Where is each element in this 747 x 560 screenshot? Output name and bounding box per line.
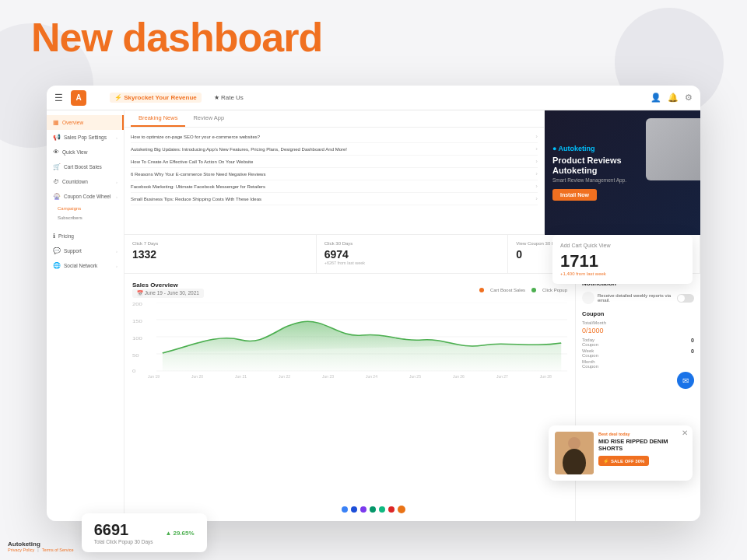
deal-person-svg <box>555 432 594 474</box>
deal-badge: Best deal today <box>598 432 686 436</box>
x-label: Jun 26 <box>453 374 465 379</box>
sidebar-label-overview: Overview <box>62 120 83 125</box>
sidebar-sub-campaigns[interactable]: Campaigns <box>47 204 124 213</box>
social-icon: 🌐 <box>53 262 61 269</box>
stat-click-7days: Click 7 Days 1332 <box>124 235 317 273</box>
email-notif-text: Receive detailed weekly reports via emai… <box>598 293 674 303</box>
sidebar-item-pricing[interactable]: ℹ Pricing <box>47 229 124 243</box>
chart-legend: Cart Boost Sales Click Popup <box>479 288 567 292</box>
sidebar-label-social: Social Network <box>64 263 97 268</box>
sidebar-item-countdown[interactable]: ⏱ Countdown › <box>47 174 124 189</box>
news-tabs: Breaking News Review App <box>124 110 544 128</box>
sidebar-item-cart-boost[interactable]: 🛒 Cart Boost Sales <box>47 159 124 174</box>
chart-svg-area: 200 150 100 50 0 <box>132 303 567 376</box>
total-clicks-popup: 6691 Total Click Popup 30 Days ▲ 29.65% <box>82 513 207 552</box>
privacy-link[interactable]: Privacy Policy <box>8 548 34 552</box>
sales-pop-icon: 📢 <box>53 134 61 141</box>
notification-panel: Notification Receive detailed weekly rep… <box>576 274 700 521</box>
arrow-icon-4: › <box>116 249 117 254</box>
footer-brand: Autoketing Privacy Policy | Terms of Ser… <box>8 541 74 552</box>
legend-label-popup: Click Popup <box>542 288 567 292</box>
svg-text:200: 200 <box>132 303 142 306</box>
page-title: New dashboard <box>31 14 322 61</box>
arrow-icon-5: › <box>116 264 117 268</box>
sidebar-label-pricing: Pricing <box>58 233 74 239</box>
chart-x-labels: Jun 19 Jun 20 Jun 21 Jun 22 Jun 23 Jun 2… <box>132 374 567 379</box>
banner-install-button[interactable]: Install Now <box>552 189 597 201</box>
email-toggle[interactable] <box>677 294 694 303</box>
terms-link[interactable]: Terms of Service <box>42 548 74 552</box>
cart-quickview-value: 1711 <box>560 251 685 271</box>
nav-center: ⚡ Skyrocket Your Revenue ★ Rate Us <box>110 93 244 103</box>
dot-5[interactable] <box>379 506 385 513</box>
news-arrow: › <box>535 133 538 140</box>
deal-content: Best deal today MID RISE RIPPED DENIM SH… <box>549 425 693 481</box>
legend-dot-cart <box>479 288 484 292</box>
news-arrow: › <box>535 170 538 177</box>
coupon-total-value: 0/1000 <box>582 327 694 334</box>
sidebar: ▦ Overview 📢 Sales Pop Settings › 👁 Quic… <box>47 110 124 521</box>
x-label: Jun 21 <box>235 374 247 379</box>
sidebar-sub-subscribers[interactable]: Subscribers <box>47 213 124 222</box>
support-icon: 💬 <box>53 247 61 254</box>
hamburger-icon[interactable]: ☰ <box>54 93 63 103</box>
x-label: Jun 22 <box>279 374 290 379</box>
cart-quickview-card: Add Cart Quick View 1711 +1,400 from las… <box>552 235 693 284</box>
total-clicks-value: 6691 <box>94 521 153 539</box>
sidebar-item-overview[interactable]: ▦ Overview <box>47 115 124 130</box>
deal-name: MID RISE RIPPED DENIM SHORTS <box>598 438 686 452</box>
news-item: 6 Reasons Why Your E-commerce Store Need… <box>131 168 538 180</box>
email-notification-row: Receive detailed weekly reports via emai… <box>582 292 694 304</box>
x-label: Jun 25 <box>409 374 421 379</box>
dot-2[interactable] <box>351 506 357 513</box>
nav-rate[interactable]: ★ Rate Us <box>214 94 244 101</box>
sidebar-label-countdown: Countdown <box>62 179 88 184</box>
x-label: Jun 28 <box>540 374 552 379</box>
deal-image <box>555 432 594 474</box>
email-avatar <box>582 292 594 304</box>
tab-review-app[interactable]: Review App <box>185 110 232 127</box>
sidebar-label-sales-pop: Sales Pop Settings <box>64 135 107 140</box>
svg-text:150: 150 <box>132 319 142 323</box>
news-item: How To Create An Effective Call To Actio… <box>131 156 538 168</box>
settings-icon[interactable]: ⚙ <box>685 93 693 103</box>
news-list: How to optimize on-page SEO for your e-c… <box>124 128 544 208</box>
dashboard-container: ☰ A ⚡ Skyrocket Your Revenue ★ Rate Us 👤… <box>47 86 700 521</box>
sales-chart: Sales Overview 📅 June 19 - June 30, 2021… <box>124 274 576 521</box>
dot-7[interactable] <box>398 506 405 513</box>
sidebar-item-sales-pop[interactable]: 📢 Sales Pop Settings › <box>47 130 124 145</box>
svg-text:0: 0 <box>132 369 136 373</box>
legend-label-cart: Cart Boost Sales <box>490 288 525 292</box>
tab-breaking-news[interactable]: Breaking News <box>131 110 185 127</box>
cart-quickview-label: Add Cart Quick View <box>560 243 685 248</box>
sidebar-item-coupon-wheel[interactable]: 🎡 Coupon Code Wheel › <box>47 189 124 204</box>
arrow-icon: › <box>116 135 117 140</box>
news-arrow: › <box>535 183 538 190</box>
dot-1[interactable] <box>342 506 348 513</box>
notification-icon[interactable]: 🔔 <box>668 93 679 103</box>
news-arrow: › <box>535 158 538 165</box>
nav-badge[interactable]: ⚡ Skyrocket Your Revenue <box>110 93 202 103</box>
chat-fab-button[interactable]: ✉ <box>677 372 694 389</box>
deal-cta-button[interactable]: ⚡ SALE OFF 30% <box>598 456 649 466</box>
footer-popup: Autoketing Privacy Policy | Terms of Ser… <box>8 513 207 552</box>
bottom-bar: Autoketing Privacy Policy | Terms of Ser… <box>0 513 747 552</box>
footer-links: Privacy Policy | Terms of Service <box>8 548 74 552</box>
top-nav: ☰ A ⚡ Skyrocket Your Revenue ★ Rate Us 👤… <box>47 86 700 110</box>
sidebar-item-quick-view[interactable]: 👁 Quick View <box>47 145 124 159</box>
deal-info: Best deal today MID RISE RIPPED DENIM SH… <box>598 432 686 474</box>
sidebar-label-support: Support <box>64 248 82 254</box>
deal-close-button[interactable]: ✕ <box>682 429 688 437</box>
sidebar-item-support[interactable]: 💬 Support › <box>47 243 124 258</box>
dot-6[interactable] <box>388 506 395 513</box>
user-icon[interactable]: 👤 <box>651 93 661 103</box>
nav-icons: 👤 🔔 ⚙ <box>651 93 693 103</box>
link-separator: | <box>37 548 38 552</box>
up-arrow-icon: ▲ <box>166 530 172 537</box>
x-label: Jun 24 <box>366 374 377 379</box>
stat-label: Click 30 Days <box>324 241 500 246</box>
cart-quickview-change: +1,400 from last week <box>560 271 685 276</box>
dot-3[interactable] <box>360 506 366 513</box>
sidebar-item-social[interactable]: 🌐 Social Network › <box>47 258 124 273</box>
dot-4[interactable] <box>370 506 376 513</box>
